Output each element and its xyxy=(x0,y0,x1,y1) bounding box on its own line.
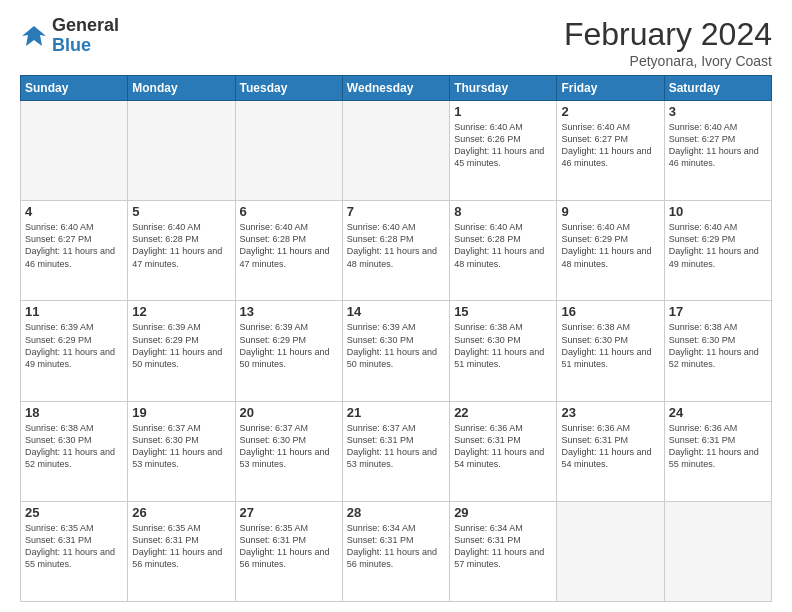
table-row: 16Sunrise: 6:38 AM Sunset: 6:30 PM Dayli… xyxy=(557,301,664,401)
day-info: Sunrise: 6:39 AM Sunset: 6:30 PM Dayligh… xyxy=(347,321,445,370)
day-number: 1 xyxy=(454,104,552,119)
day-number: 18 xyxy=(25,405,123,420)
day-info: Sunrise: 6:38 AM Sunset: 6:30 PM Dayligh… xyxy=(454,321,552,370)
day-info: Sunrise: 6:39 AM Sunset: 6:29 PM Dayligh… xyxy=(132,321,230,370)
calendar-row: 18Sunrise: 6:38 AM Sunset: 6:30 PM Dayli… xyxy=(21,401,772,501)
header-friday: Friday xyxy=(557,76,664,101)
table-row: 7Sunrise: 6:40 AM Sunset: 6:28 PM Daylig… xyxy=(342,201,449,301)
day-info: Sunrise: 6:34 AM Sunset: 6:31 PM Dayligh… xyxy=(454,522,552,571)
day-number: 11 xyxy=(25,304,123,319)
table-row: 25Sunrise: 6:35 AM Sunset: 6:31 PM Dayli… xyxy=(21,501,128,601)
day-info: Sunrise: 6:40 AM Sunset: 6:29 PM Dayligh… xyxy=(561,221,659,270)
day-number: 9 xyxy=(561,204,659,219)
day-info: Sunrise: 6:40 AM Sunset: 6:27 PM Dayligh… xyxy=(25,221,123,270)
table-row: 29Sunrise: 6:34 AM Sunset: 6:31 PM Dayli… xyxy=(450,501,557,601)
header-monday: Monday xyxy=(128,76,235,101)
table-row: 21Sunrise: 6:37 AM Sunset: 6:31 PM Dayli… xyxy=(342,401,449,501)
calendar-body: 1Sunrise: 6:40 AM Sunset: 6:26 PM Daylig… xyxy=(21,101,772,602)
table-row: 6Sunrise: 6:40 AM Sunset: 6:28 PM Daylig… xyxy=(235,201,342,301)
table-row: 18Sunrise: 6:38 AM Sunset: 6:30 PM Dayli… xyxy=(21,401,128,501)
logo-text: General Blue xyxy=(52,16,119,56)
title-block: February 2024 Petyonara, Ivory Coast xyxy=(564,16,772,69)
day-info: Sunrise: 6:40 AM Sunset: 6:26 PM Dayligh… xyxy=(454,121,552,170)
table-row: 9Sunrise: 6:40 AM Sunset: 6:29 PM Daylig… xyxy=(557,201,664,301)
table-row: 13Sunrise: 6:39 AM Sunset: 6:29 PM Dayli… xyxy=(235,301,342,401)
day-info: Sunrise: 6:40 AM Sunset: 6:28 PM Dayligh… xyxy=(347,221,445,270)
day-number: 8 xyxy=(454,204,552,219)
day-number: 19 xyxy=(132,405,230,420)
table-row: 4Sunrise: 6:40 AM Sunset: 6:27 PM Daylig… xyxy=(21,201,128,301)
day-info: Sunrise: 6:35 AM Sunset: 6:31 PM Dayligh… xyxy=(25,522,123,571)
header: General Blue February 2024 Petyonara, Iv… xyxy=(20,16,772,69)
day-info: Sunrise: 6:40 AM Sunset: 6:28 PM Dayligh… xyxy=(454,221,552,270)
logo-blue: Blue xyxy=(52,36,119,56)
day-info: Sunrise: 6:37 AM Sunset: 6:31 PM Dayligh… xyxy=(347,422,445,471)
table-row: 22Sunrise: 6:36 AM Sunset: 6:31 PM Dayli… xyxy=(450,401,557,501)
table-row: 11Sunrise: 6:39 AM Sunset: 6:29 PM Dayli… xyxy=(21,301,128,401)
day-number: 10 xyxy=(669,204,767,219)
day-number: 13 xyxy=(240,304,338,319)
day-number: 16 xyxy=(561,304,659,319)
day-number: 4 xyxy=(25,204,123,219)
day-info: Sunrise: 6:34 AM Sunset: 6:31 PM Dayligh… xyxy=(347,522,445,571)
day-number: 3 xyxy=(669,104,767,119)
day-info: Sunrise: 6:36 AM Sunset: 6:31 PM Dayligh… xyxy=(561,422,659,471)
day-info: Sunrise: 6:38 AM Sunset: 6:30 PM Dayligh… xyxy=(669,321,767,370)
table-row xyxy=(21,101,128,201)
day-number: 24 xyxy=(669,405,767,420)
calendar-row: 1Sunrise: 6:40 AM Sunset: 6:26 PM Daylig… xyxy=(21,101,772,201)
table-row xyxy=(235,101,342,201)
table-row: 10Sunrise: 6:40 AM Sunset: 6:29 PM Dayli… xyxy=(664,201,771,301)
table-row xyxy=(342,101,449,201)
calendar-subtitle: Petyonara, Ivory Coast xyxy=(564,53,772,69)
table-row: 24Sunrise: 6:36 AM Sunset: 6:31 PM Dayli… xyxy=(664,401,771,501)
table-row: 3Sunrise: 6:40 AM Sunset: 6:27 PM Daylig… xyxy=(664,101,771,201)
table-row xyxy=(664,501,771,601)
header-thursday: Thursday xyxy=(450,76,557,101)
day-number: 28 xyxy=(347,505,445,520)
day-info: Sunrise: 6:40 AM Sunset: 6:28 PM Dayligh… xyxy=(240,221,338,270)
calendar-row: 4Sunrise: 6:40 AM Sunset: 6:27 PM Daylig… xyxy=(21,201,772,301)
header-saturday: Saturday xyxy=(664,76,771,101)
day-info: Sunrise: 6:36 AM Sunset: 6:31 PM Dayligh… xyxy=(454,422,552,471)
table-row: 27Sunrise: 6:35 AM Sunset: 6:31 PM Dayli… xyxy=(235,501,342,601)
table-row: 26Sunrise: 6:35 AM Sunset: 6:31 PM Dayli… xyxy=(128,501,235,601)
table-row xyxy=(557,501,664,601)
day-number: 17 xyxy=(669,304,767,319)
table-row: 20Sunrise: 6:37 AM Sunset: 6:30 PM Dayli… xyxy=(235,401,342,501)
table-row: 5Sunrise: 6:40 AM Sunset: 6:28 PM Daylig… xyxy=(128,201,235,301)
table-row: 14Sunrise: 6:39 AM Sunset: 6:30 PM Dayli… xyxy=(342,301,449,401)
day-info: Sunrise: 6:36 AM Sunset: 6:31 PM Dayligh… xyxy=(669,422,767,471)
header-tuesday: Tuesday xyxy=(235,76,342,101)
table-row: 8Sunrise: 6:40 AM Sunset: 6:28 PM Daylig… xyxy=(450,201,557,301)
day-number: 20 xyxy=(240,405,338,420)
table-row: 15Sunrise: 6:38 AM Sunset: 6:30 PM Dayli… xyxy=(450,301,557,401)
table-row: 19Sunrise: 6:37 AM Sunset: 6:30 PM Dayli… xyxy=(128,401,235,501)
table-row xyxy=(128,101,235,201)
logo: General Blue xyxy=(20,16,119,56)
table-row: 1Sunrise: 6:40 AM Sunset: 6:26 PM Daylig… xyxy=(450,101,557,201)
day-info: Sunrise: 6:40 AM Sunset: 6:29 PM Dayligh… xyxy=(669,221,767,270)
day-number: 22 xyxy=(454,405,552,420)
svg-marker-0 xyxy=(22,26,46,46)
day-number: 21 xyxy=(347,405,445,420)
table-row: 28Sunrise: 6:34 AM Sunset: 6:31 PM Dayli… xyxy=(342,501,449,601)
day-number: 12 xyxy=(132,304,230,319)
table-row: 23Sunrise: 6:36 AM Sunset: 6:31 PM Dayli… xyxy=(557,401,664,501)
day-info: Sunrise: 6:37 AM Sunset: 6:30 PM Dayligh… xyxy=(240,422,338,471)
calendar-table: Sunday Monday Tuesday Wednesday Thursday… xyxy=(20,75,772,602)
day-info: Sunrise: 6:35 AM Sunset: 6:31 PM Dayligh… xyxy=(132,522,230,571)
table-row: 2Sunrise: 6:40 AM Sunset: 6:27 PM Daylig… xyxy=(557,101,664,201)
table-row: 12Sunrise: 6:39 AM Sunset: 6:29 PM Dayli… xyxy=(128,301,235,401)
day-number: 14 xyxy=(347,304,445,319)
day-number: 7 xyxy=(347,204,445,219)
day-info: Sunrise: 6:38 AM Sunset: 6:30 PM Dayligh… xyxy=(561,321,659,370)
logo-icon xyxy=(20,22,48,50)
header-sunday: Sunday xyxy=(21,76,128,101)
calendar-row: 11Sunrise: 6:39 AM Sunset: 6:29 PM Dayli… xyxy=(21,301,772,401)
day-info: Sunrise: 6:37 AM Sunset: 6:30 PM Dayligh… xyxy=(132,422,230,471)
day-info: Sunrise: 6:35 AM Sunset: 6:31 PM Dayligh… xyxy=(240,522,338,571)
header-wednesday: Wednesday xyxy=(342,76,449,101)
day-number: 29 xyxy=(454,505,552,520)
day-info: Sunrise: 6:40 AM Sunset: 6:27 PM Dayligh… xyxy=(561,121,659,170)
